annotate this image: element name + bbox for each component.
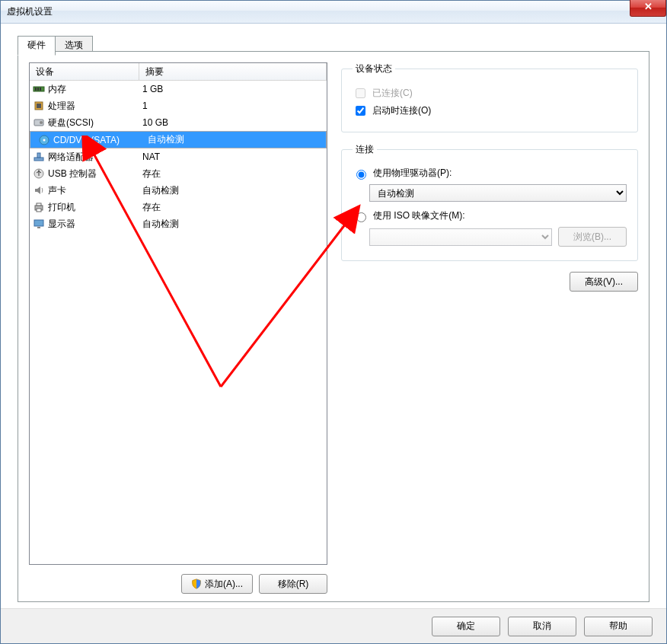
device-summary: 自动检测: [139, 218, 327, 231]
device-name: 硬盘(SCSI): [48, 116, 94, 129]
svg-rect-14: [37, 203, 41, 206]
hardware-row[interactable]: 声卡自动检测: [30, 182, 327, 199]
connection-legend: 连接: [353, 143, 377, 156]
device-name: 网络适配器: [48, 151, 94, 164]
iso-file-radio[interactable]: [356, 212, 366, 222]
hardware-row[interactable]: 内存1 GB: [30, 81, 327, 97]
hardware-row[interactable]: CD/DVD (SATA)自动检测: [30, 131, 327, 148]
device-name: 显示器: [48, 218, 75, 231]
svg-rect-17: [37, 227, 40, 228]
device-summary: 自动检测: [139, 184, 327, 197]
device-summary: NAT: [139, 151, 327, 162]
ok-button-label: 确定: [457, 620, 475, 633]
hardware-row[interactable]: 处理器1: [30, 97, 327, 114]
sound-icon: [33, 184, 45, 196]
browse-button-label: 浏览(B)...: [573, 231, 611, 244]
usb-icon: [33, 167, 45, 180]
hdd-icon: [33, 116, 45, 129]
close-button[interactable]: ✕: [630, 0, 666, 17]
device-name: USB 控制器: [48, 167, 97, 180]
connect-on-power-label: 启动时连接(O): [372, 104, 431, 117]
display-icon: [33, 218, 45, 230]
device-summary: 1: [139, 100, 327, 111]
svg-rect-1: [35, 88, 37, 91]
hardware-row[interactable]: 打印机存在: [30, 199, 327, 215]
hardware-row[interactable]: 硬盘(SCSI)10 GB: [30, 114, 327, 131]
cd-icon: [38, 134, 50, 146]
col-device[interactable]: 设备: [30, 63, 139, 80]
vm-settings-window: 虚拟机设置 ✕ 硬件 选项 设备 摘要 内存1 GB处理器1硬盘(SCSI)10…: [0, 0, 667, 644]
physical-drive-row[interactable]: 使用物理驱动器(P):: [353, 167, 627, 180]
connected-checkbox-row: 已连接(C): [353, 86, 627, 100]
ok-button[interactable]: 确定: [432, 617, 500, 636]
iso-file-row[interactable]: 使用 ISO 映像文件(M):: [353, 209, 627, 222]
connected-checkbox: [356, 88, 365, 98]
help-button-label: 帮助: [609, 620, 627, 633]
hardware-row[interactable]: 网络适配器NAT: [30, 148, 327, 165]
physical-drive-select[interactable]: 自动检测: [369, 184, 627, 202]
hardware-row[interactable]: 显示器自动检测: [30, 215, 327, 232]
tab-page-hardware: 设备 摘要 内存1 GB处理器1硬盘(SCSI)10 GBCD/DVD (SAT…: [18, 51, 649, 602]
iso-file-label: 使用 ISO 映像文件(M):: [373, 209, 465, 222]
add-button[interactable]: 添加(A)...: [181, 574, 253, 594]
cpu-icon: [33, 100, 45, 112]
advanced-row: 高级(V)...: [341, 272, 638, 292]
hardware-list: 设备 摘要 内存1 GB处理器1硬盘(SCSI)10 GBCD/DVD (SAT…: [29, 62, 327, 565]
printer-icon: [33, 201, 45, 213]
physical-drive-label: 使用物理驱动器(P):: [373, 167, 452, 180]
advanced-button-label: 高级(V)...: [585, 276, 623, 289]
window-title: 虚拟机设置: [7, 5, 53, 18]
svg-point-7: [40, 121, 43, 124]
svg-rect-16: [34, 220, 43, 226]
svg-rect-10: [34, 158, 43, 161]
shield-icon: [191, 579, 202, 589]
device-name: CD/DVD (SATA): [53, 135, 120, 145]
device-status-legend: 设备状态: [353, 62, 395, 75]
device-summary: 存在: [139, 167, 327, 180]
hardware-list-body: 内存1 GB处理器1硬盘(SCSI)10 GBCD/DVD (SATA)自动检测…: [30, 81, 327, 232]
net-icon: [33, 151, 45, 163]
client-area: 硬件 选项 设备 摘要 内存1 GB处理器1硬盘(SCSI)10 GBCD/DV…: [7, 28, 660, 602]
physical-drive-select-row: 自动检测: [369, 184, 627, 202]
remove-button-label: 移除(R): [278, 578, 309, 591]
connect-on-power-checkbox[interactable]: [356, 106, 365, 116]
svg-rect-3: [40, 88, 41, 91]
svg-rect-11: [37, 153, 40, 158]
cancel-button-label: 取消: [533, 620, 551, 633]
tab-hardware[interactable]: 硬件: [18, 36, 56, 56]
iso-file-input: [369, 228, 552, 246]
dialog-button-bar: 确定 取消 帮助: [1, 608, 666, 643]
hardware-button-row: 添加(A)... 移除(R): [29, 574, 327, 594]
device-name: 声卡: [48, 184, 66, 197]
right-panel: 设备状态 已连接(C) 启动时连接(O) 连接 使用物理驱动器(P):: [341, 62, 638, 594]
device-summary: 自动检测: [145, 133, 321, 146]
hardware-row[interactable]: USB 控制器存在: [30, 165, 327, 182]
svg-rect-15: [37, 209, 41, 212]
col-summary[interactable]: 摘要: [139, 63, 327, 80]
device-summary: 存在: [139, 201, 327, 214]
device-summary: 10 GB: [139, 117, 327, 128]
titlebar: 虚拟机设置 ✕: [1, 1, 666, 24]
device-status-group: 设备状态 已连接(C) 启动时连接(O): [341, 62, 638, 132]
device-name: 打印机: [48, 201, 75, 214]
cancel-button[interactable]: 取消: [508, 617, 576, 636]
svg-rect-5: [37, 104, 41, 108]
memory-icon: [33, 83, 45, 95]
device-name: 处理器: [48, 100, 75, 113]
svg-rect-2: [37, 88, 39, 91]
physical-drive-radio[interactable]: [356, 170, 366, 180]
connection-group: 连接 使用物理驱动器(P): 自动检测 使用 ISO 映像文件(M):: [341, 143, 638, 261]
help-button[interactable]: 帮助: [584, 617, 653, 636]
svg-point-9: [43, 139, 46, 141]
iso-file-input-row: 浏览(B)...: [369, 227, 627, 247]
hardware-list-header: 设备 摘要: [30, 63, 327, 81]
connected-label: 已连接(C): [372, 87, 413, 100]
remove-button[interactable]: 移除(R): [259, 574, 327, 594]
device-summary: 1 GB: [139, 84, 327, 94]
connect-on-power-row[interactable]: 启动时连接(O): [353, 104, 627, 118]
add-button-label: 添加(A)...: [205, 578, 243, 591]
advanced-button[interactable]: 高级(V)...: [570, 272, 638, 292]
device-name: 内存: [48, 83, 66, 96]
browse-button: 浏览(B)...: [558, 227, 627, 247]
